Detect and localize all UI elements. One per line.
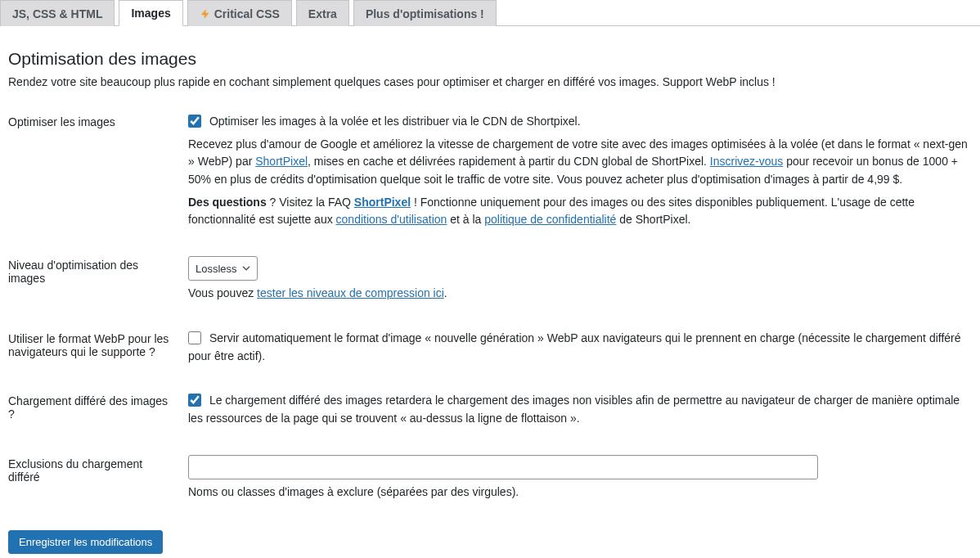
row-optimization-level: Niveau d'optimisation des images Lossles… (8, 244, 972, 317)
row-label: Utiliser le format WebP pour les navigat… (8, 317, 180, 380)
terms-link[interactable]: conditions d'utilisation (336, 213, 447, 226)
checkbox-label-wrap[interactable]: Le chargement différé des images retarde… (188, 394, 960, 425)
row-field: Servir automatiquement le format d'image… (180, 317, 972, 380)
main-content: Optimisation des images Rendez votre sit… (0, 26, 980, 558)
checkbox-label-wrap[interactable]: Servir automatiquement le format d'image… (188, 331, 961, 362)
row-field: Lossless Vous pouvez tester les niveaux … (180, 244, 972, 317)
tab-label: Images (131, 7, 170, 20)
lazy-exclusions-input[interactable] (188, 455, 818, 479)
checkbox-text: Servir automatiquement le format d'image… (188, 331, 961, 362)
test-compression-link[interactable]: tester les niveaux de compression ici (257, 286, 444, 299)
row-field: Le chargement différé des images retarde… (180, 380, 972, 442)
row-label: Optimiser les images (8, 101, 180, 244)
webp-checkbox[interactable] (188, 331, 201, 344)
tab-label: JS, CSS & HTML (12, 7, 102, 20)
description-text: Recevez plus d'amour de Google et amélio… (188, 136, 972, 189)
tab-js-css-html[interactable]: JS, CSS & HTML (0, 0, 115, 26)
tab-images[interactable]: Images (119, 0, 182, 26)
row-lazy-load: Chargement différé des images ? Le charg… (8, 380, 972, 442)
page-title: Optimisation des images (8, 49, 972, 69)
shortpixel-link[interactable]: ShortPixel (255, 155, 308, 168)
row-label: Niveau d'optimisation des images (8, 244, 180, 317)
description-text: Des questions ? Visitez la FAQ ShortPixe… (188, 194, 972, 229)
lazy-load-checkbox[interactable] (188, 394, 201, 407)
tab-label: Plus d'optimisations ! (366, 7, 484, 20)
row-optimize-images: Optimiser les images Optimiser les image… (8, 101, 972, 244)
tab-label: Extra (308, 7, 337, 20)
signup-link[interactable]: Inscrivez-vous (710, 155, 783, 168)
tab-label: Critical CSS (214, 7, 280, 20)
tab-extra[interactable]: Extra (296, 0, 349, 26)
row-field: Noms ou classes d'images à exclure (sépa… (180, 443, 972, 516)
faq-link[interactable]: ShortPixel (354, 196, 411, 209)
tabs-nav: JS, CSS & HTML Images Critical CSS Extra… (0, 0, 980, 26)
lightning-icon (200, 8, 211, 20)
settings-form: Optimiser les images Optimiser les image… (8, 101, 972, 515)
row-field: Optimiser les images à la volée et les d… (180, 101, 972, 244)
row-lazy-exclusions: Exclusions du chargement différé Noms ou… (8, 443, 972, 516)
checkbox-text: Le chargement différé des images retarde… (188, 394, 960, 425)
save-button[interactable]: Enregistrer les modifications (8, 530, 163, 554)
help-text: Noms ou classes d'images à exclure (sépa… (188, 484, 972, 502)
checkbox-text: Optimiser les images à la volée et les d… (209, 115, 581, 128)
page-intro: Rendez votre site beaucoup plus rapide e… (8, 75, 972, 88)
row-webp: Utiliser le format WebP pour les navigat… (8, 317, 972, 380)
tab-more-optimizations[interactable]: Plus d'optimisations ! (353, 0, 497, 26)
tab-critical-css[interactable]: Critical CSS (187, 0, 292, 26)
row-label: Chargement différé des images ? (8, 380, 180, 442)
optimize-images-checkbox[interactable] (188, 115, 201, 128)
checkbox-label-wrap[interactable]: Optimiser les images à la volée et les d… (188, 115, 581, 128)
help-text: Vous pouvez tester les niveaux de compre… (188, 285, 972, 303)
optimization-level-select[interactable]: Lossless (188, 256, 258, 281)
privacy-link[interactable]: politique de confidentialité (484, 213, 616, 226)
row-label: Exclusions du chargement différé (8, 443, 180, 516)
